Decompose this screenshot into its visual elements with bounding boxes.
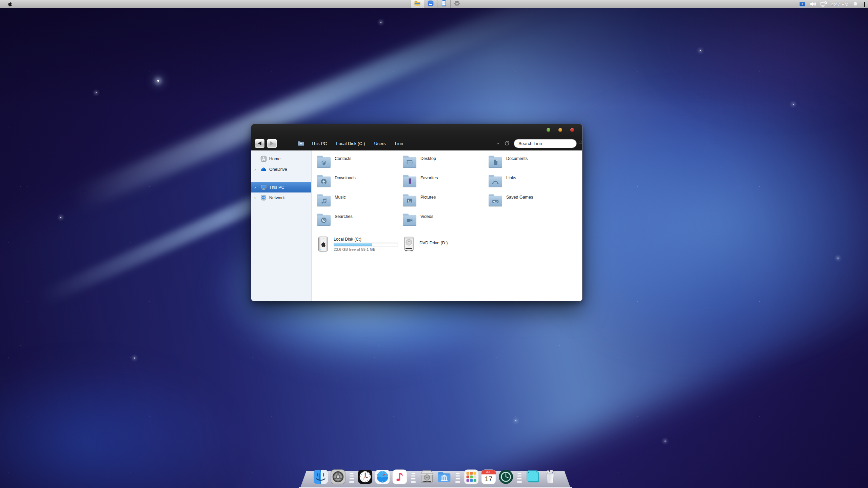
- desktop: { "theme": { "titlebar_color": "#1e1e1e"…: [0, 0, 868, 488]
- breadcrumb-item[interactable]: Local Disk (C:): [336, 141, 365, 146]
- disk-usage-fill: [334, 243, 372, 246]
- taskbar-app-button[interactable]: [411, 0, 424, 8]
- forward-arrow-icon: [270, 141, 274, 145]
- taskbar-app-button[interactable]: [450, 0, 463, 8]
- music-app-icon[interactable]: [392, 469, 408, 485]
- folder-icon: [403, 196, 416, 206]
- file-list-area[interactable]: @ Contacts Desktop Documents: [312, 150, 582, 301]
- svg-text:17: 17: [485, 475, 492, 483]
- stickies-icon[interactable]: [525, 469, 541, 485]
- traffic-light-button[interactable]: [570, 128, 574, 132]
- breadcrumb-item[interactable]: This PC: [311, 141, 327, 146]
- onedrive-icon: [260, 166, 267, 172]
- trash-full-icon[interactable]: [542, 469, 558, 485]
- folder-item[interactable]: Searches: [317, 213, 403, 232]
- launchpad-icon[interactable]: [463, 469, 479, 485]
- titlebar[interactable]: [251, 124, 582, 136]
- breadcrumb-item[interactable]: Users: [374, 141, 386, 146]
- dock-item: [375, 469, 390, 485]
- folder-item[interactable]: Saved Games: [489, 194, 574, 213]
- folder-item[interactable]: Links: [489, 175, 574, 194]
- links-icon: [489, 176, 502, 187]
- documents-icon: [489, 157, 502, 168]
- dock-separator: [349, 473, 354, 484]
- desktop-icon: [403, 157, 416, 168]
- folder-item[interactable]: Favorites: [403, 175, 489, 194]
- home-icon: [260, 156, 267, 162]
- traffic-light-button[interactable]: [558, 128, 562, 132]
- dock-separator: [411, 473, 415, 484]
- dock-item: JUL17: [481, 469, 496, 485]
- network-icon[interactable]: [820, 1, 827, 7]
- saved-games-icon: [489, 196, 502, 206]
- explorer-window: This PCLocal Disk (C:)UsersLinn › Home ›: [251, 124, 583, 301]
- folder-item[interactable]: Pictures: [403, 194, 489, 213]
- menu-bar: + 4:47 PM: [0, 0, 868, 8]
- forward-button[interactable]: [267, 139, 277, 148]
- disk-usage-text: 23.6 GB free of 59.1 GB: [334, 247, 398, 251]
- notifications-bell-icon[interactable]: [853, 1, 858, 7]
- clock-app-icon[interactable]: [357, 469, 373, 485]
- dock-item: [515, 471, 524, 485]
- finder-icon[interactable]: [313, 469, 329, 485]
- svg-text:JUL: JUL: [486, 471, 491, 474]
- drive-item[interactable]: Local Disk (C:) 23.6 GB free of 59.1 GB: [317, 237, 403, 252]
- folders-grid: @ Contacts Desktop Documents: [317, 155, 582, 232]
- sidebar: › Home › OneDrive › This PC › Network: [251, 150, 312, 301]
- expand-chevron-icon[interactable]: ›: [254, 185, 259, 189]
- folder-icon: [403, 157, 416, 168]
- svg-text:@: @: [321, 159, 327, 165]
- dock-item: [409, 471, 417, 485]
- system-tray: + 4:47 PM: [799, 0, 865, 8]
- drive-item[interactable]: DVD Drive (D:): [403, 237, 489, 252]
- show-desktop-button[interactable]: [864, 2, 865, 7]
- hard-drive-icon[interactable]: [419, 469, 435, 485]
- calendar-icon[interactable]: JUL17: [481, 469, 496, 485]
- sidebar-item[interactable]: › Home: [251, 154, 311, 164]
- folder-item[interactable]: Music: [317, 194, 403, 213]
- system-preferences-icon[interactable]: [330, 469, 346, 485]
- window-chrome: This PCLocal Disk (C:)UsersLinn: [251, 124, 582, 150]
- apple-menu-icon[interactable]: [7, 1, 13, 7]
- breadcrumb-item[interactable]: Linn: [395, 141, 403, 146]
- folder-item[interactable]: Documents: [489, 155, 574, 175]
- taskbar-app-button[interactable]: [437, 0, 450, 8]
- sidebar-item[interactable]: › Network: [251, 192, 311, 203]
- dock-item: [498, 469, 514, 485]
- folder-icon: [317, 176, 331, 187]
- folder-icon: @: [317, 157, 331, 168]
- search-icon: [578, 140, 583, 147]
- expand-chevron-icon[interactable]: ›: [254, 196, 259, 200]
- sidebar-divider: [255, 178, 307, 178]
- folder-icon: [489, 176, 502, 187]
- folder-item[interactable]: Videos: [403, 213, 489, 232]
- folder-item[interactable]: Downloads: [317, 175, 403, 194]
- clock-text[interactable]: 4:47 PM: [831, 2, 848, 7]
- back-arrow-icon: [258, 141, 261, 145]
- dock-item: [330, 469, 346, 485]
- sidebar-item[interactable]: › OneDrive: [251, 164, 311, 175]
- refresh-icon[interactable]: [504, 140, 510, 146]
- settings-gear-icon: [454, 0, 460, 8]
- time-machine-icon[interactable]: [498, 469, 514, 485]
- dock-item: [357, 469, 373, 485]
- applications-folder-icon[interactable]: [436, 469, 452, 485]
- folder-item[interactable]: Desktop: [403, 155, 489, 175]
- back-button[interactable]: [255, 139, 265, 148]
- dock-item: [419, 469, 435, 485]
- safari-icon[interactable]: [375, 469, 390, 485]
- file-explorer-icon: [414, 0, 421, 8]
- sidebar-item[interactable]: › This PC: [251, 182, 311, 192]
- tray-input-indicator[interactable]: +: [799, 2, 805, 7]
- expand-chevron-icon[interactable]: ›: [254, 167, 259, 171]
- chevron-down-icon[interactable]: [496, 141, 500, 146]
- volume-icon[interactable]: [810, 1, 816, 7]
- dock-separator: [517, 473, 521, 484]
- traffic-light-button[interactable]: [547, 128, 550, 132]
- folder-item[interactable]: @ Contacts: [317, 155, 403, 175]
- taskbar-app-button[interactable]: [424, 0, 437, 8]
- searches-icon: [317, 215, 331, 226]
- videos-icon: [403, 215, 416, 226]
- dvd-drive-icon: [403, 237, 415, 252]
- search-input[interactable]: [518, 141, 578, 146]
